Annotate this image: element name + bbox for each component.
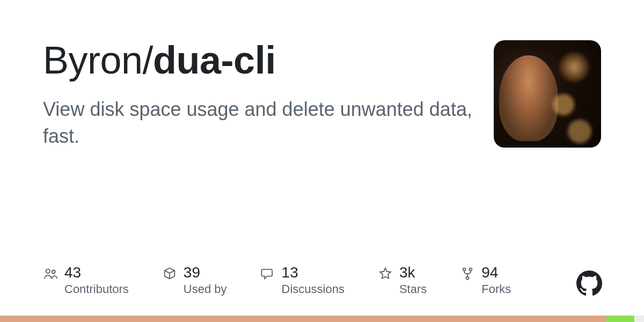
people-icon — [43, 266, 58, 281]
language-segment — [634, 316, 644, 322]
stat-discussions[interactable]: 13 Discussions — [260, 265, 345, 296]
stat-label: Stars — [399, 282, 427, 296]
stat-value: 39 — [184, 265, 227, 281]
repo-title[interactable]: Byron/dua-cli — [43, 40, 472, 81]
stat-label: Used by — [184, 282, 227, 296]
stat-usedby[interactable]: 39 Used by — [162, 265, 227, 296]
star-icon — [378, 266, 393, 281]
stat-value: 94 — [481, 265, 511, 281]
stat-forks[interactable]: 94 Forks — [460, 265, 511, 296]
github-logo-icon[interactable] — [576, 270, 602, 296]
svg-point-2 — [463, 268, 466, 271]
repo-name: dua-cli — [153, 39, 276, 82]
stat-value: 3k — [399, 265, 427, 281]
language-segment — [0, 316, 606, 322]
svg-point-3 — [470, 268, 472, 271]
stat-label: Discussions — [282, 282, 345, 296]
svg-point-4 — [466, 277, 469, 280]
stat-contributors[interactable]: 43 Contributors — [43, 265, 129, 296]
language-segment — [606, 316, 634, 322]
stat-label: Forks — [481, 282, 511, 296]
language-bar — [0, 316, 644, 322]
stat-value: 13 — [282, 265, 345, 281]
package-icon — [162, 266, 177, 281]
discussion-icon — [260, 266, 275, 281]
svg-point-0 — [46, 269, 50, 273]
repo-description: View disk space usage and delete unwante… — [43, 96, 472, 150]
repo-stats: 43 Contributors 39 Used by 13 Discussion… — [43, 265, 511, 296]
svg-point-1 — [52, 270, 55, 274]
repo-separator: / — [143, 39, 153, 82]
stat-stars[interactable]: 3k Stars — [378, 265, 427, 296]
stat-label: Contributors — [64, 282, 129, 296]
fork-icon — [460, 266, 475, 281]
repo-owner: Byron — [43, 39, 143, 82]
stat-value: 43 — [64, 265, 129, 281]
owner-avatar[interactable] — [494, 40, 601, 148]
